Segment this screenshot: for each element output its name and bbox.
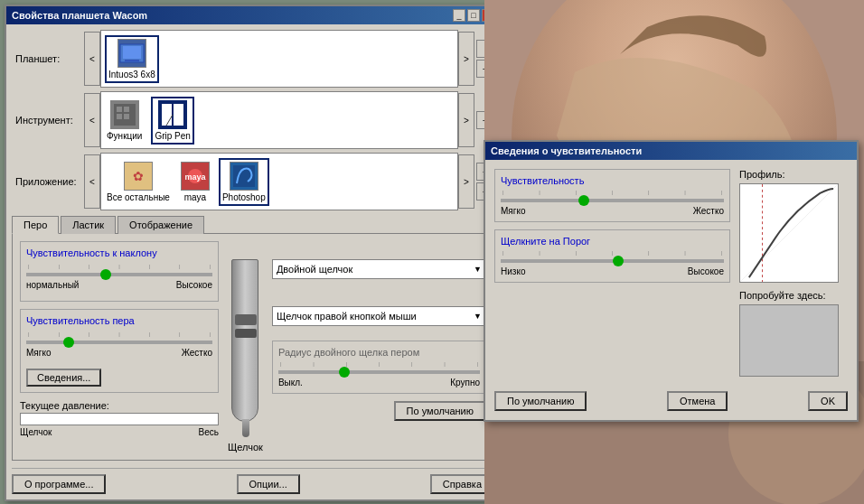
- wacom-titlebar: Свойства планшета Wacom _ □ ✕: [6, 6, 500, 24]
- tool-row: Инструмент: < Функции: [12, 91, 494, 149]
- tablet-list: Intuos3 6x8: [100, 30, 458, 88]
- functions-label: Функции: [107, 131, 142, 141]
- sensitivity-titlebar: Сведения о чувствительности: [485, 142, 857, 160]
- app-label: Приложение:: [12, 176, 84, 187]
- tilt-label-right: Высокое: [176, 280, 212, 290]
- sensitivity-title: Сведения о чувствительности: [491, 145, 642, 156]
- sensitivity-content: Чувствительность | | | | | | | Мягко: [485, 160, 857, 420]
- radius-slider-labels: Выкл. Крупно: [278, 378, 480, 387]
- threshold-group: Щелкните на Порог | | | | | | | Низк: [494, 229, 730, 283]
- svg-rect-1: [123, 46, 141, 59]
- pen-slider-dots: | | | | | | |: [26, 331, 212, 337]
- pen-button-1: [235, 314, 257, 325]
- details-button[interactable]: Сведения...: [26, 369, 101, 387]
- svg-text:✿: ✿: [133, 169, 144, 183]
- tab-eraser[interactable]: Ластик: [61, 216, 116, 234]
- sens-slider-dots: | | | | | | |: [501, 190, 724, 195]
- thresh-slider-track[interactable]: [501, 259, 724, 263]
- pen-slider-thumb[interactable]: [63, 337, 74, 348]
- app-nav-left[interactable]: <: [84, 154, 100, 209]
- radius-slider-thumb[interactable]: [339, 367, 350, 378]
- tool-label: Инструмент:: [12, 115, 84, 126]
- tilt-slider-track[interactable]: [26, 273, 212, 276]
- sens-slider-thumb[interactable]: [578, 195, 589, 206]
- radius-title: Радиус двойного щелка пером: [278, 347, 480, 358]
- app-nav-right[interactable]: >: [458, 154, 474, 209]
- maximize-button[interactable]: □: [467, 9, 480, 22]
- default-button[interactable]: По умолчанию: [394, 401, 486, 421]
- pen-graphic: [231, 259, 258, 422]
- radius-label-right: Крупно: [450, 378, 480, 387]
- tilt-slider-thumb[interactable]: [100, 269, 111, 280]
- sens-slider-labels: Мягко Жестко: [501, 206, 724, 216]
- dropdown-right-click[interactable]: Щелчок правой кнопкой мыши ▼: [272, 306, 486, 326]
- dropdown-2-label: Щелчок правой кнопкой мыши: [277, 311, 417, 322]
- svg-text:maya: maya: [184, 173, 206, 182]
- pressure-scale-right: Весь: [199, 427, 219, 437]
- pen-label-left: Мягко: [26, 348, 51, 358]
- options-button[interactable]: Опции...: [237, 474, 300, 494]
- sens-cancel-button[interactable]: Отмена: [667, 391, 728, 411]
- photoshop-label: Photoshop: [222, 192, 266, 202]
- sens-default-button[interactable]: По умолчанию: [494, 391, 587, 411]
- tablet-nav-left[interactable]: <: [84, 32, 100, 86]
- dropdown-double-click[interactable]: Двойной щелчок ▼: [272, 259, 486, 279]
- pen-slider-container: | | | | | | |: [26, 331, 212, 358]
- pen-label-right: Жестко: [182, 348, 212, 358]
- thresh-label-left: Низко: [501, 266, 525, 276]
- tab-display[interactable]: Отображение: [117, 216, 204, 234]
- dropdown-2-arrow: ▼: [474, 312, 482, 321]
- pen-tip: [242, 419, 249, 437]
- tilt-label-left: нормальный: [26, 280, 79, 290]
- try-area[interactable]: [739, 304, 839, 377]
- wacom-window: Свойства планшета Wacom _ □ ✕ Планшет: <: [5, 5, 502, 501]
- maya-icon: maya: [181, 162, 210, 191]
- app-row: Приложение: < ✿ Все остальные: [12, 153, 494, 210]
- minimize-button[interactable]: _: [453, 9, 465, 22]
- tilt-slider-dots: | | | | | | |: [26, 264, 212, 269]
- tool-list: Функции Grip Pen: [100, 91, 458, 149]
- tool-nav-right[interactable]: >: [458, 93, 474, 147]
- pressure-section: Текущее давление: Щелчок Весь: [20, 400, 219, 437]
- wacom-content: Планшет: < Intuos3 6x8 > −: [6, 24, 500, 499]
- pen-bottom-label: Щелчок: [228, 442, 263, 453]
- pressure-scale: Щелчок Весь: [20, 427, 219, 437]
- pen-slider-track[interactable]: [26, 341, 212, 344]
- app-item-photoshop[interactable]: Photoshop: [219, 158, 269, 206]
- wacom-title: Свойства планшета Wacom: [12, 10, 147, 21]
- tab-pen[interactable]: Перо: [12, 216, 59, 234]
- bottom-buttons: О программе... Опции... Справка: [12, 468, 494, 494]
- svg-rect-4: [117, 107, 122, 112]
- thresh-slider-thumb[interactable]: [613, 256, 624, 266]
- tilt-slider-container: | | | | | | |: [26, 264, 212, 290]
- sens-ok-button[interactable]: OK: [808, 391, 848, 411]
- svg-rect-2: [125, 60, 139, 61]
- pen-sensitivity-group: Чувствительность пера | | | | | | |: [20, 309, 219, 393]
- functions-icon: [110, 100, 139, 129]
- profile-label: Профиль:: [739, 169, 848, 180]
- app-item-all[interactable]: ✿ Все остальные: [105, 160, 172, 204]
- radius-slider-dots: | | | | | | |: [278, 361, 480, 367]
- sensitivity-group-title: Чувствительность: [501, 175, 724, 186]
- tablet-label: Планшет:: [12, 53, 84, 64]
- tool-item-grippen[interactable]: Grip Pen: [151, 97, 193, 145]
- sens-label-right: Жестко: [693, 206, 724, 216]
- tool-nav-left[interactable]: <: [84, 93, 100, 147]
- tab-content: Чувствительность к наклону | | | | | | |: [12, 233, 494, 461]
- grippen-icon: [158, 100, 187, 129]
- tool-item-functions[interactable]: Функции: [105, 98, 144, 143]
- tablet-nav-right[interactable]: >: [458, 32, 474, 86]
- radius-slider-track[interactable]: [278, 370, 480, 374]
- tablet-row: Планшет: < Intuos3 6x8 > −: [12, 30, 494, 88]
- app-item-maya[interactable]: maya maya: [179, 160, 211, 204]
- pen-middle-column: Щелчок: [228, 241, 263, 453]
- about-button[interactable]: О программе...: [12, 474, 106, 494]
- radius-section: Радиус двойного щелка пером | | | | | | …: [272, 341, 486, 394]
- pen-slider-labels: Мягко Жестко: [26, 348, 212, 358]
- tablet-item-intuos[interactable]: Intuos3 6x8: [105, 35, 159, 83]
- sens-slider-track[interactable]: [501, 199, 724, 202]
- thresh-slider-labels: Низко Высокое: [501, 266, 724, 276]
- try-label: Попробуйте здесь:: [739, 290, 848, 301]
- pen-right-column: Двойной щелчок ▼ Щелчок правой кнопкой м…: [272, 241, 486, 453]
- pressure-bar: [20, 413, 219, 425]
